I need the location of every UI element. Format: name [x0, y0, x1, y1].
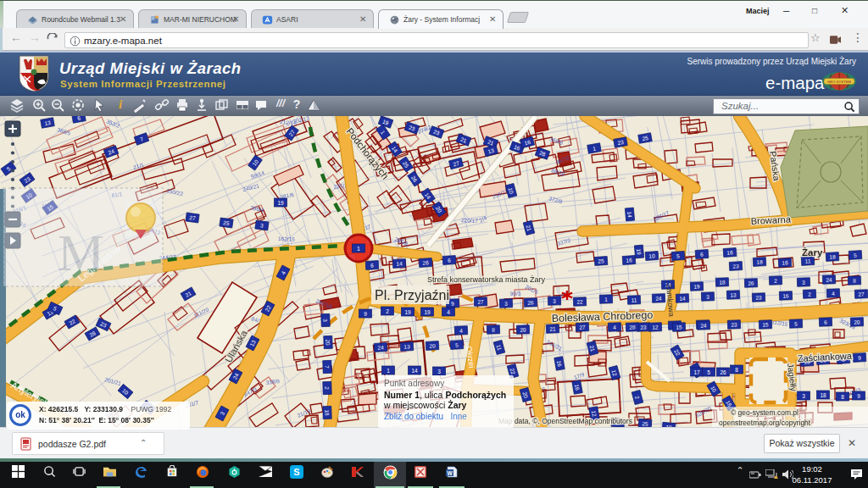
svg-text:27: 27 [477, 298, 484, 304]
svg-text:2: 2 [324, 386, 330, 390]
svg-text:W: W [447, 470, 453, 476]
svg-text:24: 24 [700, 322, 707, 328]
svg-text:openstreetmap.org/copyright: openstreetmap.org/copyright [719, 419, 811, 427]
svg-text:Pl. Przyjaźni: Pl. Przyjaźni [375, 288, 449, 302]
svg-text:Żary: Żary [802, 247, 823, 258]
svg-text:1: 1 [387, 368, 390, 374]
svg-text:M: M [58, 224, 104, 281]
svg-text:27: 27 [858, 291, 865, 297]
svg-text:25: 25 [642, 420, 648, 427]
svg-text:18: 18 [829, 253, 836, 259]
svg-text:12: 12 [652, 324, 659, 330]
svg-text:5: 5 [707, 369, 710, 375]
svg-text:Strefa konserwatorska miasta Ż: Strefa konserwatorska miasta Żary [427, 275, 546, 284]
svg-text:25: 25 [223, 219, 231, 226]
svg-text:Browarna: Browarna [750, 214, 792, 226]
svg-text:15: 15 [676, 324, 682, 330]
svg-text:220/17: 220/17 [461, 217, 479, 224]
svg-text:16: 16 [726, 249, 733, 256]
svg-text:10: 10 [648, 252, 655, 259]
svg-text:15: 15 [762, 321, 769, 327]
svg-text:24: 24 [655, 295, 662, 301]
svg-text:6: 6 [824, 319, 827, 325]
svg-text:4: 4 [459, 328, 463, 334]
svg-text:17: 17 [693, 369, 700, 375]
svg-text:3: 3 [322, 319, 328, 322]
svg-text:162/15: 162/15 [278, 236, 295, 242]
svg-text:11: 11 [632, 297, 637, 302]
svg-text:3: 3 [437, 369, 441, 374]
svg-text:13: 13 [730, 291, 737, 297]
svg-text:27: 27 [189, 214, 197, 221]
svg-text:2: 2 [808, 291, 811, 297]
svg-text:20: 20 [854, 319, 860, 324]
svg-text:19: 19 [424, 309, 431, 315]
svg-text:18: 18 [756, 258, 763, 264]
svg-text:20: 20 [520, 326, 526, 332]
svg-text:4: 4 [613, 324, 616, 330]
svg-text:8: 8 [841, 394, 844, 400]
svg-text:© geo-system.com.pl: © geo-system.com.pl [731, 408, 798, 417]
svg-text:14: 14 [411, 368, 418, 374]
svg-text:26: 26 [748, 280, 754, 286]
svg-text:11: 11 [804, 258, 810, 263]
svg-text:27: 27 [579, 324, 586, 330]
svg-text:13: 13 [403, 343, 410, 349]
svg-text:26: 26 [422, 259, 429, 265]
svg-text:3: 3 [802, 393, 805, 399]
svg-text:22: 22 [576, 298, 583, 304]
svg-text:7: 7 [324, 365, 330, 369]
svg-text:23: 23 [731, 321, 737, 327]
svg-text:18: 18 [324, 409, 330, 416]
svg-text:14: 14 [679, 295, 686, 301]
svg-text:18: 18 [820, 392, 826, 398]
svg-text:21: 21 [549, 325, 556, 331]
svg-text:2: 2 [774, 278, 777, 284]
svg-text:16: 16 [626, 257, 632, 263]
svg-text:19: 19 [693, 283, 700, 289]
svg-text:23: 23 [640, 324, 647, 330]
svg-text:1: 1 [604, 297, 608, 302]
svg-text:90/3: 90/3 [510, 291, 521, 297]
svg-text:2: 2 [386, 308, 389, 314]
svg-text:4: 4 [447, 309, 450, 315]
svg-text:14: 14 [626, 211, 633, 218]
svg-text:9: 9 [364, 311, 367, 317]
svg-text:26: 26 [527, 299, 534, 305]
svg-text:5: 5 [794, 321, 798, 327]
svg-text:8: 8 [853, 278, 856, 284]
svg-text:S: S [293, 467, 299, 477]
svg-text:24: 24 [377, 344, 384, 350]
svg-text:16: 16 [782, 259, 788, 265]
svg-text:4: 4 [832, 291, 835, 297]
svg-text:9: 9 [451, 301, 454, 307]
svg-text:9: 9 [857, 393, 860, 399]
svg-text:14: 14 [396, 260, 403, 266]
svg-text:3: 3 [553, 298, 556, 304]
svg-text:26: 26 [720, 369, 726, 375]
svg-text:GEO-SYSTEM: GEO-SYSTEM [827, 80, 851, 84]
svg-text:19: 19 [404, 309, 411, 315]
svg-text:28: 28 [629, 324, 636, 330]
svg-text:1: 1 [357, 246, 360, 252]
svg-text:8: 8 [735, 367, 738, 373]
svg-text:18: 18 [719, 279, 726, 285]
svg-text:19: 19 [636, 248, 643, 255]
svg-text:Map data, ©, OpenStreetMap con: Map data, ©, OpenStreetMap contributors [498, 417, 632, 425]
svg-text:20: 20 [429, 342, 436, 348]
svg-text:23: 23 [732, 263, 739, 269]
svg-text:8: 8 [492, 327, 495, 333]
svg-text:19: 19 [277, 200, 284, 206]
svg-text:24: 24 [826, 276, 832, 282]
svg-text:25: 25 [598, 258, 604, 264]
svg-text:3: 3 [504, 301, 508, 307]
svg-text:23: 23 [755, 294, 762, 300]
svg-text:20: 20 [325, 339, 331, 346]
svg-text:3: 3 [802, 280, 805, 286]
svg-text:16: 16 [782, 292, 789, 298]
svg-text:3: 3 [706, 294, 709, 300]
